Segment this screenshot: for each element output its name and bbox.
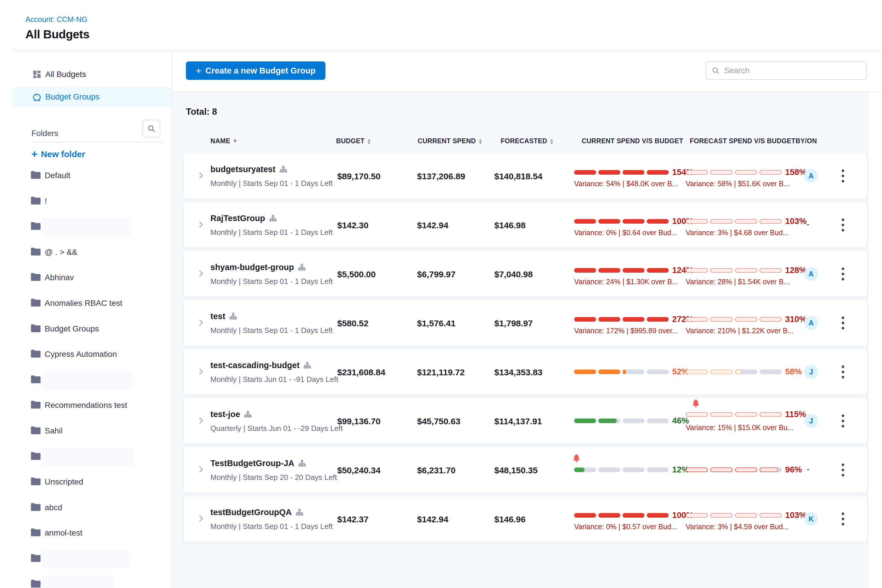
row-options-menu-icon[interactable]: [837, 412, 849, 429]
avatar: J: [804, 414, 818, 428]
row-options-menu-icon[interactable]: [837, 461, 849, 478]
budget-group-row[interactable]: shyam-budget-group Monthly | Starts Sep …: [184, 251, 867, 297]
forecast-bar-segment: [710, 513, 732, 518]
new-folder-button[interactable]: + New folder: [32, 148, 85, 160]
expand-chevron-icon[interactable]: [196, 416, 205, 426]
forecast-bar-segment: [759, 170, 782, 175]
current-spend-amount: $142.94: [417, 220, 448, 230]
redacted-folder-name: [42, 576, 114, 588]
budget-group-row[interactable]: TestBudgetGroup-JA Monthly | Starts Sep …: [184, 447, 867, 493]
folder-list-item[interactable]: [13, 447, 172, 466]
folder-list-item[interactable]: Abhinav: [13, 268, 172, 287]
forecast-spend-vs-budget-bar: [686, 219, 782, 224]
folder-list-item[interactable]: [13, 549, 172, 568]
forecast-bar-segment: [686, 219, 708, 224]
budget-group-row[interactable]: budgetsuryatest Monthly | Starts Sep 01 …: [184, 153, 867, 199]
spend-bar-segment: [622, 513, 645, 518]
spend-bar-segment: [622, 170, 645, 175]
folder-icon: [30, 400, 41, 411]
budget-period: Monthly | Starts Jun 01 - -91 Days Left: [210, 375, 338, 384]
expand-chevron-icon[interactable]: [196, 171, 205, 181]
folder-list-item[interactable]: anmol-test: [13, 524, 172, 543]
expand-chevron-icon[interactable]: [196, 318, 205, 328]
expand-chevron-icon[interactable]: [196, 465, 205, 475]
folder-list-item[interactable]: Default: [13, 166, 172, 185]
folder-icon: [30, 375, 41, 385]
folder-list-item[interactable]: Recommendations test: [13, 396, 172, 415]
expand-chevron-icon[interactable]: [196, 220, 205, 230]
avatar: J: [804, 365, 818, 379]
folder-list-item[interactable]: [13, 218, 172, 236]
budget-amount: $142.37: [337, 514, 368, 524]
forecast-bar-segment: [759, 513, 782, 518]
row-options-menu-icon[interactable]: [837, 510, 849, 528]
budget-amount: $231,608.84: [337, 368, 386, 377]
alert-bell-icon: [571, 453, 582, 464]
folder-name: anmol-test: [45, 528, 82, 537]
expand-chevron-icon[interactable]: [196, 367, 205, 377]
folder-list-item[interactable]: Sahil: [13, 422, 172, 441]
folder-search-button[interactable]: [142, 120, 160, 138]
row-options-menu-icon[interactable]: [837, 265, 849, 282]
folder-list-item[interactable]: Unscripted: [13, 473, 172, 492]
spend-bar-segment: [622, 369, 645, 374]
spend-bar-segment: [598, 317, 620, 322]
budget-group-name[interactable]: test-cascading-budget: [210, 361, 312, 370]
sidebar-item-all-budgets[interactable]: All Budgets: [13, 65, 172, 84]
folder-name: Budget Groups: [45, 324, 99, 333]
budget-group-name[interactable]: testBudgetGroupQA: [210, 508, 304, 517]
create-budget-group-button[interactable]: + Create a new Budget Group: [186, 62, 326, 80]
folder-list-item[interactable]: abcd: [13, 498, 172, 518]
budget-group-name[interactable]: budgetsuryatest: [210, 165, 288, 174]
row-options-menu-icon[interactable]: [837, 216, 849, 234]
row-options-menu-icon[interactable]: [837, 363, 849, 381]
folder-list-item[interactable]: Cypress Automation: [13, 345, 172, 364]
search-icon: [147, 124, 156, 133]
forecast-spend-vs-budget-bar: [686, 369, 782, 374]
budget-group-name[interactable]: test-joe: [210, 410, 252, 419]
redacted-folder-name: [42, 448, 134, 466]
folders-divider: [32, 142, 164, 142]
row-options-menu-icon[interactable]: [837, 314, 849, 332]
spend-bar-segment: [622, 317, 645, 322]
spend-bar-segment: [574, 513, 596, 518]
folder-icon: [30, 324, 41, 334]
folder-name: abcd: [45, 503, 62, 512]
folder-list-item[interactable]: !: [13, 192, 172, 211]
hierarchy-icon: [279, 165, 288, 174]
budget-group-name[interactable]: shyam-budget-group: [210, 262, 306, 272]
folder-list-item[interactable]: Anomalies RBAC test: [13, 294, 172, 313]
search-input[interactable]: [724, 66, 861, 75]
budget-group-name[interactable]: TestBudgetGroup-JA: [210, 459, 306, 468]
forecast-spend-percentage: 310%: [785, 315, 807, 324]
budget-group-name[interactable]: RajTestGroup: [210, 214, 277, 223]
current-spend-amount: $137,206.89: [417, 171, 465, 181]
breadcrumb-account-link[interactable]: Account: CCM-NG: [26, 15, 87, 24]
budget-group-row[interactable]: test Monthly | Starts Sep 01 - 1 Days Le…: [184, 300, 867, 346]
budget-group-name[interactable]: test: [210, 312, 237, 321]
sidebar-item-budget-groups[interactable]: Budget Groups: [13, 87, 172, 106]
new-folder-label: New folder: [41, 149, 85, 159]
folder-icon: [30, 554, 41, 564]
budget-group-row[interactable]: test-joe Quarterly | Starts Jun 01 - -29…: [184, 398, 867, 444]
budget-amount: $89,170.50: [337, 171, 381, 181]
spend-bar-segment: [574, 268, 596, 273]
forecast-bar-segment: [686, 412, 708, 417]
folder-icon: [30, 477, 41, 487]
folder-list-item[interactable]: @ . > &&: [13, 243, 172, 262]
folder-list-item[interactable]: Budget Groups: [13, 320, 172, 339]
folder-list-item[interactable]: [13, 370, 172, 390]
folder-list-item[interactable]: [13, 575, 172, 588]
expand-chevron-icon[interactable]: [196, 269, 205, 279]
spend-bar-segment: [598, 369, 620, 374]
forecasted-amount: $140,818.54: [494, 171, 543, 181]
budget-group-row[interactable]: test-cascading-budget Monthly | Starts J…: [184, 349, 867, 394]
budget-group-row[interactable]: RajTestGroup Monthly | Starts Sep 01 - 1…: [184, 202, 867, 248]
forecast-spend-percentage: 128%: [785, 266, 807, 275]
spend-bar-segment: [647, 513, 669, 518]
expand-chevron-icon[interactable]: [196, 514, 205, 524]
forecast-spend-variance: Variance: 3% | $4.59 over Bud...: [686, 523, 789, 531]
forecasted-amount: $7,040.98: [494, 270, 532, 279]
row-options-menu-icon[interactable]: [837, 167, 849, 184]
budget-group-row[interactable]: testBudgetGroupQA Monthly | Starts Sep 0…: [184, 496, 867, 542]
